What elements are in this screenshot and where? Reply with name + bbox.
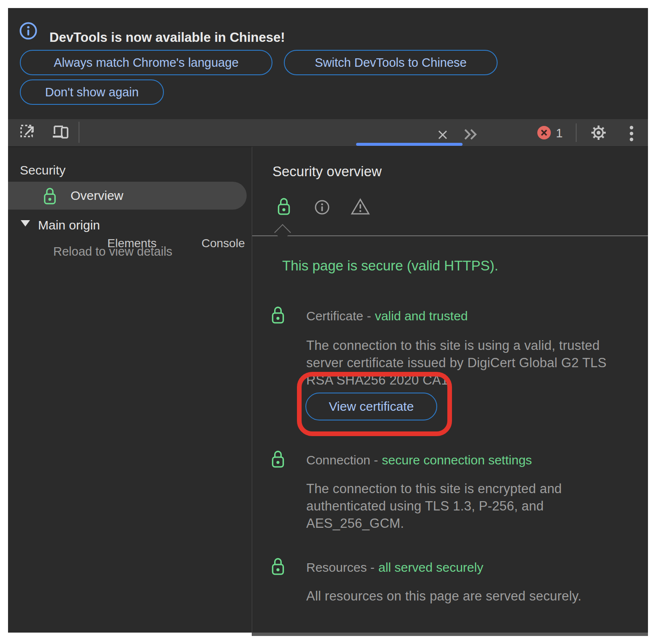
- divider-notch: [274, 224, 291, 241]
- resources-status: all served securely: [378, 560, 483, 574]
- certificate-section-header: Certificate -valid and trusted: [306, 309, 468, 323]
- sidebar-item-label: Overview: [71, 188, 123, 203]
- secure-lock-icon: [277, 196, 291, 216]
- view-certificate-button[interactable]: View certificate: [305, 393, 437, 420]
- resources-label: Resources -: [306, 560, 375, 574]
- dont-show-again-button[interactable]: Don't show again: [20, 79, 164, 105]
- switch-devtools-chinese-button[interactable]: Switch DevTools to Chinese: [284, 50, 498, 75]
- security-overview-panel: Security overview This pag: [252, 147, 648, 636]
- error-count: 1: [556, 126, 563, 140]
- resources-section-header: Resources -all served securely: [306, 560, 483, 575]
- security-headline: This page is secure (valid HTTPS).: [282, 258, 498, 274]
- sidebar-title: Security: [20, 163, 65, 177]
- lock-icon: [271, 557, 285, 576]
- more-tabs-icon[interactable]: [463, 128, 478, 141]
- resources-description: All resources on this page are served se…: [306, 587, 582, 605]
- sidebar-item-overview[interactable]: Overview: [8, 182, 247, 210]
- connection-status: secure connection settings: [382, 453, 532, 467]
- connection-label: Connection -: [306, 453, 378, 467]
- page-title: Security overview: [272, 164, 382, 180]
- inspect-element-icon[interactable]: [19, 123, 38, 141]
- error-badge-icon[interactable]: [537, 126, 551, 139]
- device-toolbar-icon[interactable]: [50, 122, 70, 142]
- toolbar-divider: [79, 122, 79, 143]
- devtools-window: DevTools is now available in Chinese! Al…: [8, 8, 648, 636]
- lock-icon: [43, 186, 57, 205]
- always-match-language-button[interactable]: Always match Chrome's language: [20, 50, 272, 75]
- active-tab-underline: [356, 143, 463, 146]
- chevron-down-icon[interactable]: [21, 220, 30, 226]
- close-tab-icon[interactable]: [437, 129, 448, 140]
- bottom-scrollbar-track[interactable]: [252, 633, 648, 636]
- connection-section-header: Connection -secure connection settings: [306, 453, 532, 467]
- lock-icon: [271, 305, 285, 325]
- sidebar-item-main-origin[interactable]: Main origin: [38, 218, 100, 232]
- certificate-description: The connection to this site is using a v…: [306, 337, 607, 389]
- gear-icon[interactable]: [590, 124, 607, 141]
- neutral-info-icon: [314, 199, 330, 215]
- warning-triangle-icon: [351, 198, 370, 216]
- section-divider: [252, 235, 648, 236]
- toolbar-divider-right: [576, 123, 577, 142]
- lock-icon: [271, 449, 285, 469]
- banner-message: DevTools is now available in Chinese!: [49, 30, 285, 45]
- certificate-status: valid and trusted: [375, 309, 468, 323]
- connection-description: The connection to this site is encrypted…: [306, 480, 562, 532]
- reload-hint: Reload to view details: [53, 245, 172, 259]
- sidebar-bottom-edge: [8, 633, 252, 636]
- tab-console[interactable]: Console: [201, 237, 245, 250]
- info-icon: [19, 22, 38, 40]
- kebab-menu-icon[interactable]: [629, 125, 634, 142]
- devtools-toolbar: Elements Console Sources Security: [8, 119, 648, 147]
- certificate-label: Certificate -: [306, 309, 371, 323]
